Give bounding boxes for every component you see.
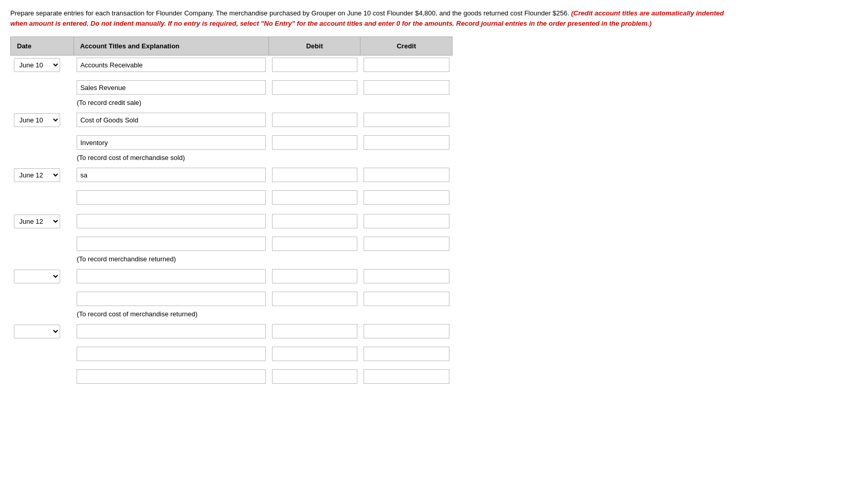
col-header-date: Date xyxy=(11,37,74,56)
row-blank2-2 xyxy=(11,345,453,363)
date-select-blank1[interactable]: June 10 June 12 xyxy=(14,270,60,283)
credit-june12-r1-line1[interactable] xyxy=(364,168,449,182)
date-select-june12-return1[interactable]: June 12 June 10 June 15 xyxy=(14,168,60,182)
credit-blank2-line1[interactable] xyxy=(364,324,449,338)
date-select-june12-return2[interactable]: June 12 June 10 June 15 xyxy=(14,214,60,228)
debit-june12-r2-line1[interactable] xyxy=(272,214,357,228)
row-blank2-1: June 10 June 12 xyxy=(11,322,453,340)
account-ar[interactable] xyxy=(77,58,265,72)
row-june12-return1-2 xyxy=(11,188,453,207)
note-credit-sale-text: (To record credit sale) xyxy=(74,97,452,111)
row-june12-return2-2 xyxy=(11,235,453,253)
debit-blank2-line3[interactable] xyxy=(272,369,357,384)
credit-ar[interactable] xyxy=(364,58,449,72)
debit-june12-r2-line2[interactable] xyxy=(272,237,357,251)
row-june12-return2-1: June 12 June 10 June 15 xyxy=(11,212,453,230)
credit-blank1-line1[interactable] xyxy=(364,269,449,283)
credit-cogs[interactable] xyxy=(364,113,449,127)
account-inventory[interactable] xyxy=(77,135,265,150)
col-header-credit: Credit xyxy=(360,37,453,56)
note-cost-merchandise-text: (To record cost of merchandise sold) xyxy=(74,152,452,166)
note-merchandise-returned: (To record merchandise returned) xyxy=(11,253,453,267)
debit-june12-r1-line2[interactable] xyxy=(272,190,357,205)
date-select-june10-sale[interactable]: June 10 June 12 June 15 xyxy=(14,58,60,72)
debit-blank1-line2[interactable] xyxy=(272,292,357,306)
debit-blank1-line1[interactable] xyxy=(272,269,357,283)
instructions: Prepare separate entries for each transa… xyxy=(10,8,740,28)
note-merchandise-returned-text: (To record merchandise returned) xyxy=(74,253,452,267)
credit-blank1-line2[interactable] xyxy=(364,292,449,306)
note-cost-merchandise: (To record cost of merchandise sold) xyxy=(11,152,453,166)
account-blank1-line1[interactable] xyxy=(77,269,265,283)
account-june12-r1-line1[interactable] xyxy=(77,168,265,182)
row-june10-sale-2 xyxy=(11,78,453,97)
account-june12-r1-line2[interactable] xyxy=(77,190,265,205)
credit-sales-revenue[interactable] xyxy=(364,80,449,95)
account-june12-r2-line2[interactable] xyxy=(77,237,265,251)
row-blank2-3 xyxy=(11,367,453,386)
debit-ar[interactable] xyxy=(272,58,357,72)
col-header-account: Account Titles and Explanation xyxy=(74,37,268,56)
row-blank1-1: June 10 June 12 xyxy=(11,267,453,285)
credit-blank2-line2[interactable] xyxy=(364,347,449,361)
note-cost-merchandise-returned-text: (To record cost of merchandise returned) xyxy=(74,308,452,322)
note-credit-sale: (To record credit sale) xyxy=(11,97,453,111)
debit-blank2-line1[interactable] xyxy=(272,324,357,338)
account-sales-revenue[interactable] xyxy=(77,80,265,95)
debit-june12-r1-line1[interactable] xyxy=(272,168,357,182)
credit-june12-r2-line1[interactable] xyxy=(364,214,449,228)
credit-inventory[interactable] xyxy=(364,135,449,150)
account-blank2-line2[interactable] xyxy=(77,347,265,361)
row-june10-sale-1: June 10 June 12 June 15 xyxy=(11,56,453,75)
debit-blank2-line2[interactable] xyxy=(272,347,357,361)
row-blank1-2 xyxy=(11,290,453,308)
col-header-debit: Debit xyxy=(269,37,360,56)
debit-sales-revenue[interactable] xyxy=(272,80,357,95)
credit-blank2-line3[interactable] xyxy=(364,369,449,384)
instructions-main: Prepare separate entries for each transa… xyxy=(10,9,569,17)
debit-inventory[interactable] xyxy=(272,135,357,150)
credit-june12-r2-line2[interactable] xyxy=(364,237,449,251)
account-june12-r2-line1[interactable] xyxy=(77,214,265,228)
account-blank2-line1[interactable] xyxy=(77,324,265,338)
debit-cogs[interactable] xyxy=(272,113,357,127)
date-select-june10-cost[interactable]: June 10 June 12 June 15 xyxy=(14,113,60,127)
note-cost-merchandise-returned: (To record cost of merchandise returned) xyxy=(11,308,453,322)
account-blank2-line3[interactable] xyxy=(77,369,265,384)
row-june10-cost-1: June 10 June 12 June 15 xyxy=(11,111,453,129)
account-blank1-line2[interactable] xyxy=(77,292,265,306)
account-cogs[interactable] xyxy=(77,113,265,127)
row-june12-return1-1: June 12 June 10 June 15 xyxy=(11,166,453,184)
credit-june12-r1-line2[interactable] xyxy=(364,190,449,205)
date-select-blank2[interactable]: June 10 June 12 xyxy=(14,325,60,338)
row-june10-cost-2 xyxy=(11,133,453,152)
